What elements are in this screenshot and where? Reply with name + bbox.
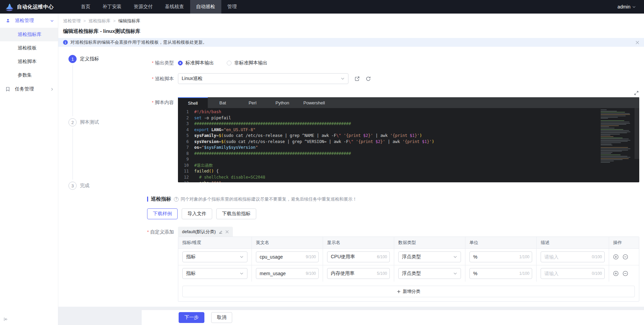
code-line: 6sysVersion=$(sudo cat /etc/os-release |… xyxy=(178,139,639,145)
category-tab[interactable]: default(默认分类) xyxy=(178,227,233,237)
chevron-down-icon xyxy=(50,19,54,23)
info-icon xyxy=(63,40,68,45)
code-line: 1#!/bin/bash xyxy=(178,109,639,115)
step-label: 完成 xyxy=(80,183,89,189)
metric-type-select[interactable]: 指标 xyxy=(182,268,247,279)
metric-type-select[interactable]: 指标 xyxy=(182,251,247,262)
collapse-sidebar-icon[interactable] xyxy=(3,317,8,322)
char-counter: 1/100 xyxy=(519,255,529,259)
output-type-radio[interactable]: 非标准脚本输出 xyxy=(227,60,267,66)
script-select[interactable]: Linux巡检 xyxy=(178,73,348,84)
add-row-icon[interactable] xyxy=(613,271,619,276)
chevron-down-icon xyxy=(453,271,457,276)
sidebar-item[interactable]: 巡检模板 xyxy=(0,41,58,55)
breadcrumb-item[interactable]: 巡检管理 xyxy=(63,18,81,24)
metrics-table: 指标/维度英文名显示名数据类型单位描述操作 指标9/1006/100浮点类型1/… xyxy=(178,237,639,302)
line-number: 8 xyxy=(178,151,194,157)
user-menu[interactable]: admin xyxy=(618,4,636,9)
sidebar-item[interactable]: 巡检指标库 xyxy=(0,28,58,41)
code-editor[interactable]: ShellBatPerlPythonPowershell 1#!/bin/bas… xyxy=(178,97,639,182)
sidebar-group[interactable]: 任务管理 xyxy=(0,82,58,96)
editor-language-tab[interactable]: Perl xyxy=(238,97,267,108)
app-title: 自动化运维中心 xyxy=(17,4,54,10)
sidebar-group[interactable]: 巡检管理 xyxy=(0,14,58,28)
breadcrumb-item[interactable]: 巡检指标库 xyxy=(88,18,110,24)
nav-item[interactable]: 自动巡检 xyxy=(190,0,221,14)
editor-minimap[interactable] xyxy=(601,109,632,167)
nav-item[interactable]: 管理 xyxy=(221,0,243,14)
metrics-section-hint: 同个对象的多个指标库里的巡检指标建议尽量不要重复，避免后续任务中重复巡检和展示！ xyxy=(181,196,357,202)
data-type-select[interactable]: 浮点类型 xyxy=(398,251,461,262)
editor-language-tab[interactable]: Powershell xyxy=(297,97,331,108)
sidebar-item[interactable]: 参数集 xyxy=(0,68,58,82)
top-nav: 自动化运维中心 首页补丁安装资源交付基线核查自动巡检管理 admin xyxy=(0,0,644,14)
nav-item[interactable]: 补丁安装 xyxy=(97,0,128,14)
sidebar-group-label: 巡检管理 xyxy=(15,18,50,24)
line-number: 5 xyxy=(178,133,194,139)
breadcrumb-separator: > xyxy=(113,19,116,23)
nav-item[interactable]: 首页 xyxy=(75,0,97,14)
banner-text: 对巡检指标库的编辑不会直接作用于巡检模板，需从巡检模板处更新。 xyxy=(71,39,207,45)
close-icon[interactable] xyxy=(636,41,639,44)
data-type-select-value: 浮点类型 xyxy=(402,270,453,277)
main-menu: 首页补丁安装资源交付基线核查自动巡检管理 xyxy=(75,0,243,14)
metrics-action-button[interactable]: 下载当前指标 xyxy=(216,208,256,219)
data-type-select[interactable]: 浮点类型 xyxy=(398,268,461,279)
expand-editor-icon[interactable] xyxy=(634,91,639,95)
app-logo-icon[interactable] xyxy=(4,2,14,12)
chevron-down-icon xyxy=(341,77,345,81)
remove-row-icon[interactable] xyxy=(623,254,628,260)
editor-language-tab[interactable]: Shell xyxy=(178,97,208,108)
nav-item[interactable]: 资源交付 xyxy=(128,0,159,14)
table-row: 指标9/1006/100浮点类型1/1000/100 xyxy=(178,248,639,265)
step-connector xyxy=(73,65,73,116)
code-line: 9 xyxy=(178,157,639,163)
output-type-radio[interactable]: 标准脚本输出 xyxy=(178,60,214,66)
main-panel: 巡检管理>巡检指标库>编辑指标库 编辑巡检指标库 - linux测试指标库 对巡… xyxy=(58,14,644,307)
step-circle: 1 xyxy=(68,55,77,63)
column-header: 操作 xyxy=(609,237,639,248)
chevron-down-icon xyxy=(453,255,457,259)
editor-scrollbar[interactable] xyxy=(635,108,639,159)
sidebar-item[interactable]: 巡检脚本 xyxy=(0,55,58,68)
char-counter: 1/100 xyxy=(519,271,529,276)
table-row: 指标9/1005/100浮点类型1/1000/100 xyxy=(178,265,639,282)
editor-language-tab[interactable]: Bat xyxy=(208,97,238,108)
line-number: 6 xyxy=(178,139,194,145)
metrics-action-button[interactable]: 导入文件 xyxy=(182,208,212,219)
remove-row-icon[interactable] xyxy=(623,271,628,276)
next-step-button[interactable]: 下一步 xyxy=(179,312,204,323)
line-number: 10 xyxy=(178,163,194,169)
open-external-icon[interactable] xyxy=(355,76,360,81)
edit-pencil-icon[interactable] xyxy=(219,230,223,234)
line-number: 9 xyxy=(178,157,194,163)
metrics-action-button[interactable]: 下载样例 xyxy=(147,208,178,219)
editor-language-tab[interactable]: Python xyxy=(267,97,297,108)
radio-dot-icon xyxy=(227,61,232,65)
code-line: 2set -o pipefail xyxy=(178,115,639,121)
radio-dot-icon xyxy=(178,61,183,65)
output-type-label: 输出类型 xyxy=(142,59,174,66)
close-tab-icon[interactable] xyxy=(225,230,229,233)
add-category-button[interactable]: 新增分类 xyxy=(182,286,635,297)
cancel-button[interactable]: 取消 xyxy=(211,312,232,323)
char-counter: 9/100 xyxy=(306,255,316,259)
code-line: 13 echo "$*" xyxy=(178,180,639,182)
code-line: 4export LANG="en_US.UTF-8" xyxy=(178,127,639,133)
chevron-down-icon xyxy=(240,255,244,259)
section-accent-bar xyxy=(147,197,148,202)
breadcrumb-item: 编辑指标库 xyxy=(118,18,140,24)
nav-item[interactable]: 基线核查 xyxy=(159,0,190,14)
line-number: 11 xyxy=(178,168,194,175)
step-circle: 3 xyxy=(68,182,77,190)
line-number: 12 xyxy=(178,175,194,181)
char-counter: 0/100 xyxy=(592,255,602,259)
refresh-icon[interactable] xyxy=(366,76,371,81)
step-label: 定义指标 xyxy=(80,56,99,62)
radio-label: 非标准脚本输出 xyxy=(234,60,267,66)
chevron-right-icon xyxy=(50,87,54,91)
add-row-icon[interactable] xyxy=(613,254,619,260)
line-number: 13 xyxy=(178,180,194,182)
column-header: 数据类型 xyxy=(394,237,465,248)
column-header: 单位 xyxy=(465,237,537,248)
